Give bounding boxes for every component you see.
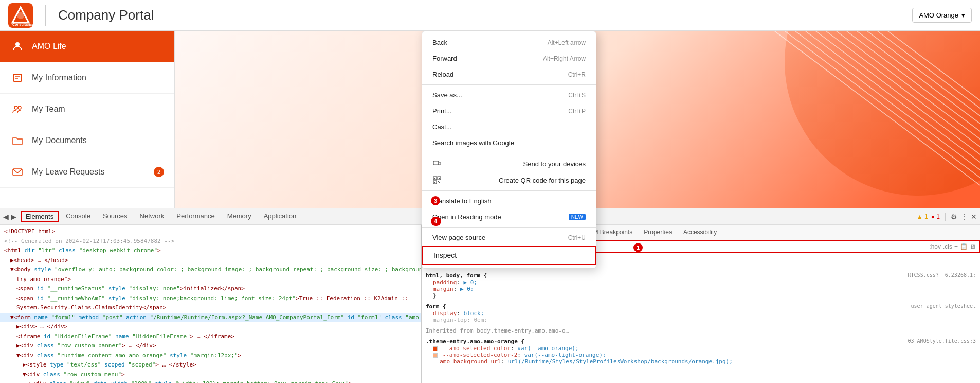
css-prop-margin-top: margin-top: 0em; xyxy=(426,317,976,323)
styles-tab-properties[interactable]: Properties xyxy=(639,227,677,239)
devtools-settings-icon[interactable]: ⚙ xyxy=(951,213,957,221)
svg-point-2 xyxy=(17,12,24,19)
ctx-reload[interactable]: Reload Ctrl+R xyxy=(422,66,596,82)
ctx-create-qr-label: Create QR code for this page xyxy=(499,177,586,184)
amo-selected-color-2-swatch xyxy=(433,353,438,358)
svg-rect-30 xyxy=(439,178,440,179)
team-icon xyxy=(10,102,25,116)
ctx-cast-label: Cast... xyxy=(432,123,452,131)
css-block-inherited: Inherited from body.theme-entry.amo.amo-… xyxy=(426,327,976,334)
theme-selector[interactable]: AMO Orange ▾ xyxy=(912,8,972,23)
svg-rect-32 xyxy=(438,181,439,182)
html-line-5: ▼<body style="overflow-y: auto; backgrou… xyxy=(0,265,421,275)
svg-point-4 xyxy=(15,42,20,46)
devtools-tab-performance[interactable]: Performance xyxy=(171,210,220,223)
ctx-save-as-label: Save as... xyxy=(432,91,462,99)
folder-icon xyxy=(10,133,25,148)
send-to-devices-icon xyxy=(432,160,442,168)
ctx-send-devices[interactable]: Send to your devices xyxy=(422,155,596,172)
ctx-inspect-label: Inspect xyxy=(433,251,457,259)
amo-logo-icon: Consultancy xyxy=(8,3,33,28)
devtools-divider xyxy=(945,213,946,221)
ctx-cast[interactable]: Cast... xyxy=(422,119,596,135)
ctx-translate[interactable]: Translate to English xyxy=(422,193,596,209)
css-inherited-label: Inherited from body.theme-entry.amo.amo-… xyxy=(426,327,976,334)
sidebar-item-my-leave-requests[interactable]: My Leave Requests 2 xyxy=(0,156,174,188)
filter-screen-icon[interactable]: 🖥 xyxy=(970,243,976,250)
ctx-forward-label: Forward xyxy=(432,55,457,62)
leave-requests-badge: 2 xyxy=(154,167,164,177)
context-menu: Back Alt+Left arrow Forward Alt+Right Ar… xyxy=(422,31,596,269)
sidebar-item-my-team[interactable]: My Team xyxy=(0,94,174,125)
devtools-tab-application[interactable]: Application xyxy=(259,210,302,223)
sidebar-item-my-information[interactable]: My Information xyxy=(0,62,174,94)
ctx-view-source[interactable]: View page source Ctrl+U xyxy=(422,230,596,246)
filter-add[interactable]: + xyxy=(954,243,958,250)
sidebar-item-label-my-team: My Team xyxy=(32,105,65,114)
sidebar-item-amo-life[interactable]: AMO Life xyxy=(0,31,174,62)
devtools-more-icon[interactable]: ⋮ xyxy=(960,213,968,221)
sidebar-item-label-my-documents: My Documents xyxy=(32,136,87,145)
html-line-17: ▶<div class="view" data-width="100%" sty… xyxy=(0,379,421,383)
devtools-warnings: ▲ 1 xyxy=(917,213,928,220)
svg-rect-29 xyxy=(434,178,435,179)
html-line-16: ▼<div class="row custom-menu"> xyxy=(0,370,421,380)
sidebar-item-my-documents[interactable]: My Documents xyxy=(0,125,174,156)
ctx-forward[interactable]: Forward Alt+Right Arrow xyxy=(422,50,596,66)
filter-cls[interactable]: .cls xyxy=(943,243,952,250)
html-line-15: ▶<style type="text/css" scoped="scoped">… xyxy=(0,360,421,370)
ctx-inspect[interactable]: Inspect xyxy=(422,246,596,265)
ctx-reading-mode[interactable]: Open in Reading mode NEW xyxy=(422,209,596,225)
top-bar: Consultancy Company Portal AMO Orange ▾ xyxy=(0,0,980,31)
devtools-tab-network[interactable]: Network xyxy=(135,210,170,223)
svg-rect-33 xyxy=(439,182,440,183)
html-line-10[interactable]: ▼<form name="form1" method="post" action… xyxy=(0,313,421,323)
svg-point-9 xyxy=(18,106,21,109)
company-title: Company Portal xyxy=(58,7,154,23)
filter-hov[interactable]: :hov xyxy=(929,243,941,250)
svg-point-8 xyxy=(14,106,17,109)
ctx-back-label: Back xyxy=(432,39,447,46)
html-line-14: ▼<div class="runtime-content amo amo-ora… xyxy=(0,351,421,361)
css-prop-close-2: } xyxy=(426,292,976,299)
theme-label: AMO Orange xyxy=(919,11,958,19)
css-block-html-body-header: html, body, form { RTCSS.css?__6.23268.1… xyxy=(426,272,976,279)
mail-icon xyxy=(10,165,25,179)
html-line-9: System.Security.Claims.ClaimsIdentity</s… xyxy=(0,303,421,313)
ctx-back-shortcut: Alt+Left arrow xyxy=(548,39,586,46)
filter-copy-icon[interactable]: 📋 xyxy=(960,243,968,250)
devtools-arrow-left-icon[interactable]: ◀ xyxy=(3,213,9,221)
ctx-print[interactable]: Print... Ctrl+P xyxy=(422,103,596,119)
sidebar-item-label-amo-life: AMO Life xyxy=(32,42,66,51)
css-prop-amo-selected-color: --amo-selected-color: var(--amo-orange); xyxy=(426,345,976,352)
css-block-theme-entry: .theme-entry.amo.amo-orange { 03_AMOStyl… xyxy=(426,338,976,365)
ctx-back[interactable]: Back Alt+Left arrow xyxy=(422,34,596,50)
devtools-tab-elements[interactable]: Elements xyxy=(21,211,59,222)
info-icon xyxy=(10,71,25,85)
html-line-13: ▶<div class="row custom-banner"> … </div… xyxy=(0,341,421,351)
html-line-7: <span id="__runtimeStatus" style="displa… xyxy=(0,284,421,294)
css-block-form: form { user agent stylesheet display: bl… xyxy=(426,303,976,323)
html-line-4: ▶<head> … </head> xyxy=(0,256,421,266)
svg-rect-24 xyxy=(433,161,439,165)
devtools-tab-memory[interactable]: Memory xyxy=(222,210,257,223)
ctx-create-qr[interactable]: Create QR code for this page xyxy=(422,172,596,188)
amo-selected-color-swatch xyxy=(433,346,438,351)
html-line-2: <!-- Generated on 2024-02-12T17:03:45.95… xyxy=(0,237,421,247)
ctx-view-source-shortcut: Ctrl+U xyxy=(568,234,586,241)
devtools-tab-console[interactable]: Console xyxy=(61,210,96,223)
devtools-tab-sources[interactable]: Sources xyxy=(98,210,133,223)
ctx-search-images[interactable]: Search images with Google xyxy=(422,135,596,151)
css-prop-display: display: block; xyxy=(426,310,976,317)
ctx-separator-3 xyxy=(422,190,596,191)
ctx-save-as[interactable]: Save as... Ctrl+S xyxy=(422,87,596,103)
sidebar-item-label-my-information: My Information xyxy=(32,73,86,82)
styles-filter-actions: :hov .cls + 📋 🖥 xyxy=(929,243,976,250)
styles-tab-accessibility[interactable]: Accessibility xyxy=(678,227,722,239)
person-icon xyxy=(10,39,25,54)
ctx-print-shortcut: Ctrl+P xyxy=(568,108,586,115)
devtools-arrow-right-icon[interactable]: ▶ xyxy=(11,213,16,221)
devtools-errors: ● 1 xyxy=(931,213,940,220)
devtools-close-icon[interactable]: ✕ xyxy=(971,213,977,221)
css-prop-amo-bg-url: --amo-background-url: url(/Runtime/Style… xyxy=(426,358,976,365)
